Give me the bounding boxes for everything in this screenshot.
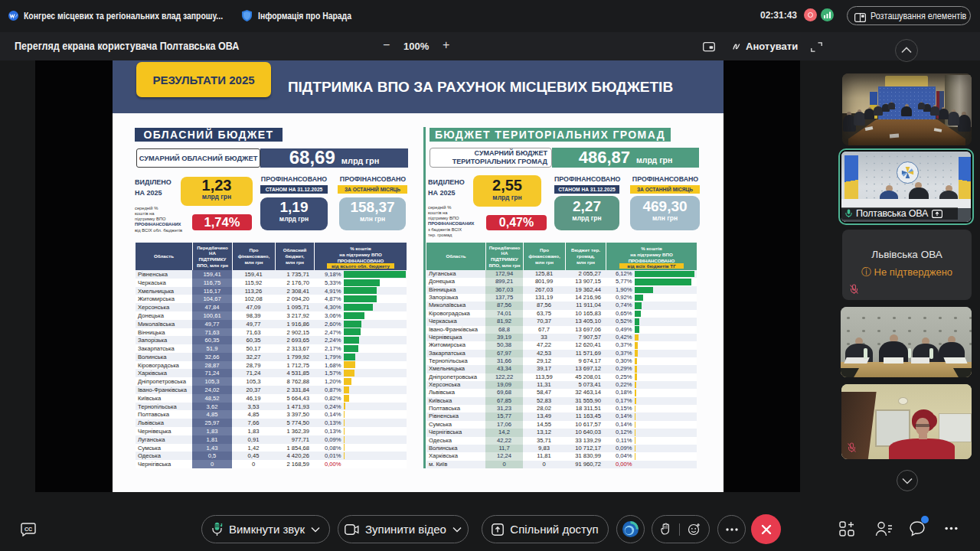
svg-text:CC: CC xyxy=(24,527,32,532)
